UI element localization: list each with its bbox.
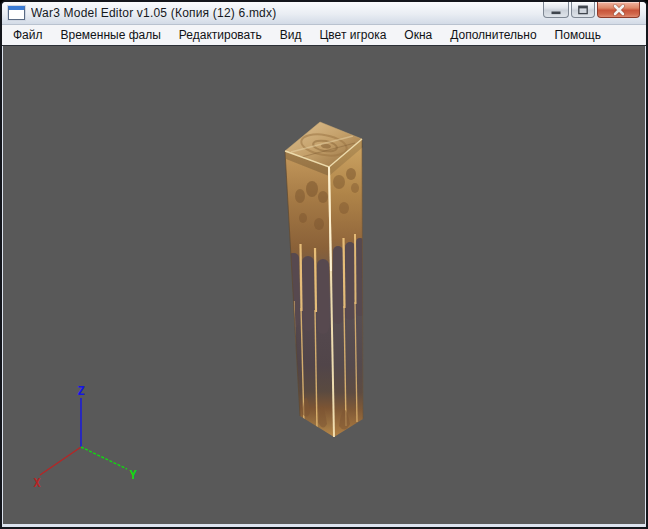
y-axis-line bbox=[81, 447, 127, 469]
app-icon bbox=[8, 6, 25, 20]
window-title: War3 Model Editor v1.05 (Копия (12) 6.md… bbox=[31, 6, 276, 20]
close-icon bbox=[612, 4, 626, 16]
z-axis-label: Z bbox=[77, 384, 84, 398]
x-axis-label: X bbox=[33, 476, 41, 490]
minimize-icon bbox=[550, 4, 562, 16]
menu-extra[interactable]: Дополнительно bbox=[441, 26, 545, 45]
x-axis-line bbox=[40, 447, 81, 475]
pillar-model bbox=[285, 122, 364, 437]
menu-help[interactable]: Помощь bbox=[546, 26, 610, 45]
viewport-3d[interactable]: Z X Y bbox=[3, 46, 645, 524]
menu-edit[interactable]: Редактировать bbox=[170, 26, 271, 45]
menu-windows[interactable]: Окна bbox=[395, 26, 441, 45]
menu-view[interactable]: Вид bbox=[271, 26, 311, 45]
axis-gizmo: Z X Y bbox=[33, 384, 137, 490]
titlebar[interactable]: War3 Model Editor v1.05 (Копия (12) 6.md… bbox=[2, 2, 646, 25]
menu-player-color[interactable]: Цвет игрока bbox=[310, 26, 395, 45]
app-window: War3 Model Editor v1.05 (Копия (12) 6.md… bbox=[0, 0, 648, 529]
y-axis-label: Y bbox=[129, 468, 137, 482]
maximize-button[interactable] bbox=[571, 2, 595, 18]
menubar: Файл Временные фалы Редактировать Вид Цв… bbox=[2, 25, 646, 46]
viewport-canvas: Z X Y bbox=[3, 46, 645, 524]
menu-temp-files[interactable]: Временные фалы bbox=[52, 26, 170, 45]
window-controls bbox=[543, 2, 640, 18]
maximize-icon bbox=[577, 4, 589, 16]
close-button[interactable] bbox=[597, 2, 640, 18]
minimize-button[interactable] bbox=[543, 2, 569, 18]
menu-file[interactable]: Файл bbox=[4, 26, 52, 45]
